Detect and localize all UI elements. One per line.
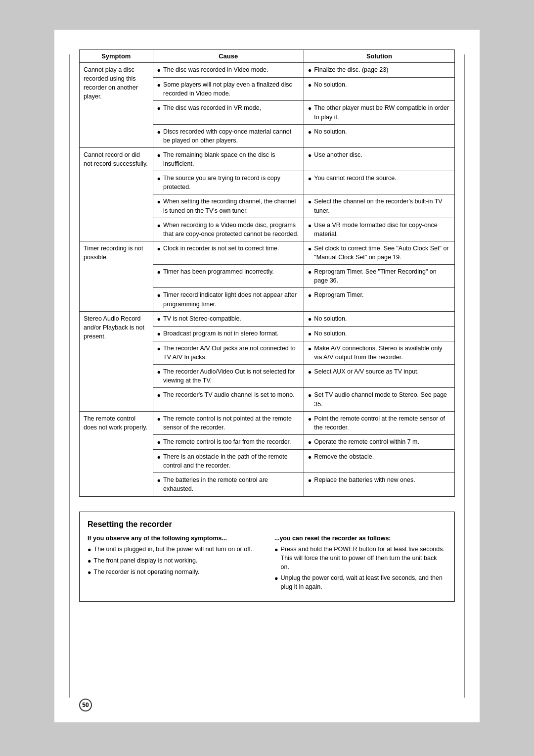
solution-cell: ●Select AUX or A/V source as TV input. — [304, 365, 454, 388]
reset-left-bullet-item: ●The recorder is not operating normally. — [88, 567, 260, 577]
solution-cell: ●Use another disc. — [304, 147, 454, 171]
cause-text: When recording to a Video mode disc, pro… — [163, 221, 300, 238]
cause-text: Some players will not play even a finali… — [163, 80, 300, 98]
bullet-dot: ● — [157, 438, 161, 447]
margin-line-left — [69, 54, 70, 698]
table-row: Cannot record or did not record successf… — [80, 147, 455, 171]
cause-cell: ●The recorder's TV audio channel is set … — [153, 388, 304, 411]
solution-cell: ●Set clock to correct time. See "Auto Cl… — [304, 241, 454, 264]
solution-text: Replace the batteries with new ones. — [314, 475, 415, 484]
solution-cell: ●No solution. — [304, 311, 454, 326]
reset-right: ...you can reset the recorder as follows… — [274, 535, 446, 594]
cause-cell: ●The batteries in the remote control are… — [153, 473, 304, 496]
cause-cell: ●The disc was recorded in VR mode, — [153, 101, 304, 124]
solution-text: Use another disc. — [314, 150, 362, 159]
reset-columns: If you observe any of the following symp… — [88, 535, 446, 594]
cause-cell: ●The disc was recorded in Video mode. — [153, 63, 304, 78]
reset-right-bullet-item: ●Press and hold the POWER button for at … — [274, 545, 446, 571]
cause-text: Discs recorded with copy-once material c… — [163, 127, 300, 145]
solution-cell: ●Use a VR mode formatted disc for copy-o… — [304, 218, 454, 241]
bullet-dot: ● — [157, 66, 161, 75]
reset-title: Resetting the recorder — [88, 520, 446, 529]
solution-text: No solution. — [314, 329, 347, 338]
reset-right-bullets: ●Press and hold the POWER button for at … — [274, 545, 446, 592]
bullet-dot: ● — [157, 368, 161, 377]
symptom-cell: Cannot play a disc recorded using this r… — [80, 63, 153, 148]
reset-bullet-text: Press and hold the POWER button for at l… — [281, 545, 446, 571]
solution-text: Use a VR mode formatted disc for copy-on… — [314, 221, 450, 238]
solution-text: No solution. — [314, 127, 347, 136]
cause-cell: ●There is an obstacle in the path of the… — [153, 450, 304, 473]
bullet-dot: ● — [157, 104, 161, 113]
cause-cell: ●The remote control is not pointed at th… — [153, 411, 304, 434]
cause-cell: ●Broadcast program is not in stereo form… — [153, 326, 304, 341]
bullet-dot: ● — [308, 291, 312, 300]
solution-cell: ●Reprogram Timer. See "Timer Recording" … — [304, 265, 454, 288]
reset-left-subtitle: If you observe any of the following symp… — [88, 535, 260, 542]
reset-right-subtitle: ...you can reset the recorder as follows… — [274, 535, 446, 542]
cause-text: The source you are trying to record is c… — [163, 174, 300, 191]
solution-text: Select the channel on the recorder's bui… — [314, 197, 450, 215]
solution-text: Point the remote control at the remote s… — [314, 414, 450, 432]
bullet-dot: ● — [308, 244, 312, 253]
header-symptom: Symptom — [80, 50, 153, 63]
reset-left: If you observe any of the following symp… — [88, 535, 260, 594]
solution-cell: ●Replace the batteries with new ones. — [304, 473, 454, 496]
solution-text: Reprogram Timer. See "Timer Recording" o… — [314, 267, 450, 285]
table-row: Cannot play a disc recorded using this r… — [80, 63, 455, 78]
cause-cell: ●When recording to a Video mode disc, pr… — [153, 218, 304, 241]
cause-text: When setting the recording channel, the … — [163, 197, 300, 215]
cause-text: The remote control is too far from the r… — [163, 437, 291, 446]
bullet-dot: ● — [308, 391, 312, 400]
bullet-dot: ● — [157, 476, 161, 485]
bullet-dot: ● — [157, 268, 161, 277]
solution-cell: ●No solution. — [304, 124, 454, 147]
solution-text: You cannot record the source. — [314, 174, 396, 183]
cause-text: The remaining blank space on the disc is… — [163, 150, 300, 168]
cause-text: Timer has been programmed incorrectly. — [163, 267, 274, 276]
solution-cell: ●Select the channel on the recorder's bu… — [304, 194, 454, 218]
solution-text: Remove the obstacle. — [314, 452, 374, 461]
table-row: The remote control does not work properl… — [80, 411, 455, 434]
solution-cell: ●Point the remote control at the remote … — [304, 411, 454, 434]
symptom-cell: The remote control does not work properl… — [80, 411, 153, 496]
cause-text: The recorder A/V Out jacks are not conne… — [163, 344, 300, 362]
bullet-dot: ● — [88, 557, 91, 566]
bullet-dot: ● — [308, 128, 312, 137]
cause-cell: ●The remaining blank space on the disc i… — [153, 147, 304, 171]
cause-text: The remote control is not pointed at the… — [163, 414, 300, 432]
reset-left-bullet-item: ●The front panel display is not working. — [88, 556, 260, 566]
solution-cell: ●Finalize the disc. (page 23) — [304, 63, 454, 78]
solution-cell: ●No solution. — [304, 326, 454, 341]
bullet-dot: ● — [308, 151, 312, 160]
solution-cell: ●The other player must be RW compatible … — [304, 101, 454, 124]
bullet-dot: ● — [274, 574, 278, 583]
solution-text: Set clock to correct time. See "Auto Clo… — [314, 244, 450, 262]
solution-cell: ●Make A/V connections. Stereo is availab… — [304, 341, 454, 364]
bullet-dot: ● — [308, 368, 312, 377]
bullet-dot: ● — [157, 197, 161, 206]
reset-section: Resetting the recorder If you observe an… — [79, 512, 455, 602]
reset-bullet-text: The recorder is not operating normally. — [94, 567, 200, 576]
bullet-dot: ● — [308, 415, 312, 424]
reset-bullet-text: The front panel display is not working. — [94, 556, 198, 565]
table-row: Timer recording is not possible.●Clock i… — [80, 241, 455, 264]
solution-text: Set TV audio channel mode to Stereo. See… — [314, 390, 450, 408]
solution-text: The other player must be RW compatible i… — [314, 103, 450, 121]
bullet-dot: ● — [157, 244, 161, 253]
margin-line-right — [464, 54, 465, 698]
symptom-cell: Timer recording is not possible. — [80, 241, 153, 311]
bullet-dot: ● — [308, 453, 312, 462]
cause-text: The disc was recorded in VR mode, — [163, 103, 261, 112]
troubleshooting-table: Symptom Cause Solution Cannot play a dis… — [79, 49, 455, 497]
bullet-dot: ● — [308, 476, 312, 485]
bullet-dot: ● — [308, 268, 312, 277]
bullet-dot: ● — [274, 545, 278, 554]
symptom-cell: Stereo Audio Record and/or Playback is n… — [80, 311, 153, 411]
cause-text: Clock in recorder is not set to correct … — [163, 244, 279, 253]
bullet-dot: ● — [308, 104, 312, 113]
cause-cell: ●When setting the recording channel, the… — [153, 194, 304, 218]
bullet-dot: ● — [308, 344, 312, 353]
bullet-dot: ● — [157, 391, 161, 400]
symptom-cell: Cannot record or did not record successf… — [80, 147, 153, 241]
